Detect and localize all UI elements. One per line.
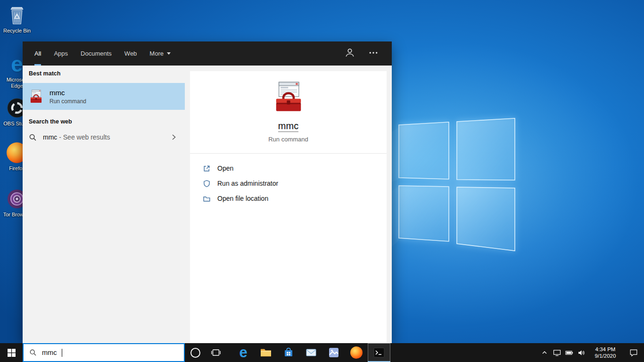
search-results-list: Best match mmc Run command Search the we… [23, 66, 185, 343]
cortana-icon [190, 348, 200, 358]
tray-chevron-up-icon[interactable] [538, 343, 551, 362]
mmc-toolbox-icon [29, 89, 43, 104]
best-match-result[interactable]: mmc Run command [23, 83, 185, 110]
tab-all[interactable]: All [34, 41, 41, 66]
search-icon [29, 133, 37, 141]
taskbar-search-box[interactable]: mmc [23, 343, 185, 362]
display-icon[interactable] [551, 343, 563, 362]
search-tabs-header: All Apps Documents Web More [23, 41, 392, 66]
preview-title: mmc [190, 121, 387, 132]
preview-pane: mmc Run command Open Run as administrato… [190, 71, 387, 343]
preview-actions: Open Run as administrator Open file loca… [190, 161, 387, 206]
system-tray: 4:34 PM 9/1/2020 [538, 343, 644, 362]
microsoft-store-button[interactable] [277, 343, 300, 362]
pinned-app-icon [328, 346, 340, 359]
best-match-label: Best match [29, 70, 185, 77]
action-run-as-administrator[interactable]: Run as administrator [190, 176, 387, 191]
mail-icon [305, 346, 317, 359]
pinned-app-button[interactable] [322, 343, 345, 362]
action-center-icon [629, 348, 638, 357]
preview-subtitle: Run command [190, 136, 387, 143]
microsoft-store-icon [283, 347, 294, 358]
desktop-icon-label: Recycle Bin [0, 28, 34, 34]
action-open-file-location[interactable]: Open file location [190, 191, 387, 206]
tab-apps[interactable]: Apps [54, 41, 68, 66]
edge-icon: e [239, 346, 247, 359]
text-cursor [62, 349, 62, 357]
volume-icon[interactable] [575, 343, 587, 362]
web-result-text: mmc - See web results [43, 133, 110, 141]
search-flyout: All Apps Documents Web More [23, 41, 392, 343]
tab-more[interactable]: More [149, 41, 171, 66]
edge-taskbar-button[interactable]: e [232, 343, 255, 362]
search-input-text: mmc [42, 349, 57, 356]
firefox-icon [350, 346, 363, 359]
user-icon[interactable] [345, 48, 355, 60]
clock-time: 4:34 PM [587, 346, 623, 353]
file-explorer-button[interactable] [255, 343, 277, 362]
tab-web[interactable]: Web [124, 41, 137, 66]
divider [190, 153, 387, 154]
clock-date: 9/1/2020 [587, 353, 623, 359]
windows-logo-icon [8, 349, 16, 357]
battery-icon[interactable] [563, 343, 575, 362]
desktop: Recycle Bin e Microsoft Edge OBS Studio … [0, 0, 644, 362]
task-view-icon [211, 347, 221, 358]
shield-icon [203, 180, 211, 188]
taskbar: mmc e [0, 343, 644, 362]
firefox-taskbar-button[interactable] [345, 343, 368, 362]
pinned-apps: e [232, 343, 390, 362]
search-icon [29, 349, 37, 356]
result-title: mmc [50, 88, 86, 97]
start-button[interactable] [0, 343, 23, 362]
clock[interactable]: 4:34 PM 9/1/2020 [587, 343, 623, 362]
action-center-button[interactable] [623, 343, 644, 362]
search-the-web-label: Search the web [29, 118, 185, 125]
search-tabs: All Apps Documents Web More [34, 41, 171, 66]
ellipsis-icon[interactable] [368, 48, 379, 60]
web-result-row[interactable]: mmc - See web results [23, 129, 185, 146]
mail-button[interactable] [300, 343, 322, 362]
file-explorer-icon [260, 346, 272, 359]
task-view-button[interactable] [206, 343, 226, 362]
tab-documents[interactable]: Documents [81, 41, 112, 66]
folder-icon [203, 195, 211, 203]
open-icon [203, 165, 211, 173]
preview-app-icon [190, 80, 387, 113]
command-prompt-icon [373, 347, 385, 358]
recycle-bin-icon [0, 4, 34, 26]
action-open[interactable]: Open [190, 161, 387, 176]
desktop-icon-recycle-bin[interactable]: Recycle Bin [0, 4, 34, 34]
chevron-down-icon [167, 52, 171, 55]
command-prompt-button[interactable] [368, 343, 390, 362]
chevron-right-icon[interactable] [170, 133, 178, 143]
cortana-button[interactable] [185, 343, 206, 362]
result-subtitle: Run command [50, 98, 86, 105]
